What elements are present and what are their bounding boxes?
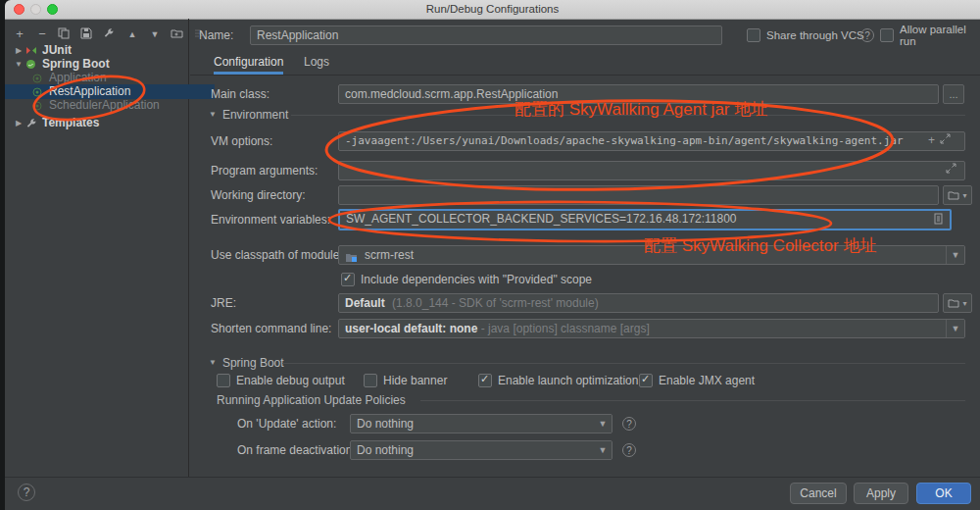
help-icon[interactable]: ?	[622, 417, 636, 431]
edit-defaults-icon[interactable]	[103, 27, 117, 41]
update-policies-header: Running Application Update Policies	[217, 393, 406, 407]
screen: Run/Debug Configurations + − ▲ ▼	[0, 0, 980, 510]
section-collapse-icon[interactable]: ▼	[209, 356, 217, 370]
working-directory-input[interactable]	[338, 185, 939, 205]
chevron-down-icon: ▾	[962, 299, 966, 308]
section-rule	[282, 363, 965, 364]
browse-main-class-button[interactable]: ...	[943, 84, 964, 104]
classpath-module-label: Use classpath of module:	[211, 245, 343, 265]
add-icon[interactable]: +	[928, 133, 935, 148]
expand-icon[interactable]	[946, 163, 956, 178]
vm-options-field-icons: +	[928, 133, 975, 148]
environment-section-header[interactable]: ▼ Environment	[209, 108, 288, 122]
remove-icon[interactable]: −	[35, 27, 49, 41]
on-update-action-combo[interactable]: Do nothing ▼	[350, 414, 612, 434]
main-class-input[interactable]: com.medcloud.scrm.app.RestApplication	[338, 84, 939, 104]
help-button[interactable]: ?	[18, 484, 35, 501]
tree-item-label: Templates	[42, 116, 99, 130]
wrench-icon	[25, 118, 38, 128]
tree-item-label: Application	[49, 71, 107, 85]
chevron-down-icon: ▾	[962, 191, 966, 200]
tab-logs[interactable]: Logs	[304, 52, 329, 72]
checkbox-label: Hide banner	[383, 374, 447, 387]
tree-item-templates[interactable]: ▶ Templates	[5, 116, 189, 130]
section-collapse-icon[interactable]: ▼	[209, 108, 217, 122]
browse-variables-icon[interactable]	[934, 213, 943, 229]
classpath-module-combo[interactable]: scrm-rest ▼	[338, 245, 965, 265]
chevron-down-icon[interactable]: ▼	[594, 415, 612, 433]
checkbox-icon[interactable]	[747, 28, 760, 42]
tree-item-junit[interactable]: ▶ JUnit	[5, 43, 189, 58]
apply-button[interactable]: Apply	[854, 483, 908, 504]
provided-scope-label: Include dependencies with "Provided" sco…	[361, 273, 592, 286]
folder-icon	[948, 190, 959, 200]
collapsed-arrow-icon[interactable]: ▶	[14, 116, 24, 130]
classpath-module-value: scrm-rest	[365, 248, 414, 262]
share-vcs-checkbox[interactable]: Share through VCS	[747, 27, 864, 43]
tab-configuration[interactable]: Configuration	[214, 52, 283, 75]
new-folder-icon[interactable]	[171, 27, 184, 41]
chevron-down-icon[interactable]: ▼	[946, 320, 964, 337]
checkbox-label: Enable debug output	[236, 374, 345, 387]
provided-scope-checkbox[interactable]: Include dependencies with "Provided" sco…	[341, 272, 592, 287]
vm-options-input[interactable]: -javaagent:/Users/yunai/Downloads/apache…	[338, 131, 965, 151]
jre-combo[interactable]: Default (1.8.0_144 - SDK of 'scrm-rest' …	[338, 293, 939, 313]
program-arguments-field-icons	[946, 163, 975, 178]
help-icon[interactable]: ?	[860, 28, 874, 42]
checkbox-icon[interactable]	[880, 28, 894, 42]
allow-parallel-checkbox[interactable]: Allow parallel run	[880, 27, 980, 43]
checkbox-checked-icon[interactable]	[341, 273, 355, 286]
checkbox-label: Enable JMX agent	[659, 374, 755, 387]
working-directory-browse-button[interactable]: ▾	[943, 185, 972, 205]
enable-jmx-agent-checkbox[interactable]: Enable JMX agent	[639, 373, 755, 388]
shorten-cmd-combo[interactable]: user-local default: none - java [options…	[338, 319, 965, 338]
jre-label: JRE:	[211, 293, 236, 313]
move-up-icon[interactable]: ▲	[125, 27, 139, 41]
expanded-arrow-icon[interactable]: ▼	[14, 57, 24, 72]
chevron-down-icon[interactable]: ▼	[594, 441, 612, 459]
cancel-button[interactable]: Cancel	[790, 483, 847, 504]
checkbox-checked-icon[interactable]	[639, 374, 653, 387]
spring-boot-section-header[interactable]: ▼ Spring Boot	[209, 356, 284, 370]
jre-browse-button[interactable]: ▾	[943, 293, 972, 313]
program-arguments-input[interactable]	[338, 161, 965, 180]
enable-debug-output-checkbox[interactable]: Enable debug output	[217, 373, 345, 388]
help-icon[interactable]: ?	[622, 443, 636, 457]
jre-hint: (1.8.0_144 - SDK of 'scrm-rest' module)	[392, 296, 599, 310]
shorten-cmd-label: Shorten command line:	[211, 319, 331, 338]
titlebar: Run/Debug Configurations	[5, 0, 980, 20]
add-icon[interactable]: +	[13, 27, 26, 41]
section-label: Environment	[222, 108, 288, 122]
chevron-down-icon[interactable]: ▼	[946, 246, 964, 264]
collapsed-arrow-icon[interactable]: ▶	[14, 43, 24, 58]
ok-button[interactable]: OK	[916, 483, 971, 504]
move-down-icon[interactable]: ▼	[148, 27, 162, 41]
on-frame-deactivation-combo[interactable]: Do nothing ▼	[350, 440, 612, 460]
configurations-tree-panel: + − ▲ ▼	[5, 19, 189, 477]
checkbox-icon[interactable]	[217, 374, 230, 387]
tree-item-scheduler-application[interactable]: SchedulerApplication	[5, 98, 215, 113]
environment-variables-input[interactable]: SW_AGENT_COLLECTOR_BACKEND_SERVICES=172.…	[338, 209, 952, 230]
tree-item-rest-application[interactable]: RestApplication	[5, 84, 215, 99]
tree-toolbar: + − ▲ ▼	[13, 26, 207, 43]
checkbox-label: Enable launch optimization	[498, 374, 638, 387]
footer-divider	[5, 477, 980, 478]
tree-item-spring-boot[interactable]: ▼ Spring Boot	[5, 57, 189, 72]
copy-icon[interactable]	[58, 27, 72, 41]
hide-banner-checkbox[interactable]: Hide banner	[364, 373, 447, 388]
enable-launch-optimization-checkbox[interactable]: Enable launch optimization	[478, 373, 638, 388]
jre-value: Default	[345, 296, 385, 310]
working-directory-label: Working directory:	[211, 185, 305, 205]
checkbox-checked-icon[interactable]	[478, 374, 492, 387]
name-label: Name:	[199, 26, 233, 45]
tree-item-application[interactable]: Application	[5, 71, 215, 85]
section-label: Running Application Update Policies	[217, 393, 406, 407]
expand-icon[interactable]	[940, 133, 951, 148]
module-icon	[345, 250, 358, 265]
on-frame-deactivation-label: On frame deactivation:	[237, 440, 356, 460]
checkbox-icon[interactable]	[364, 374, 377, 387]
name-input[interactable]: RestApplication	[250, 26, 722, 45]
spring-boot-icon	[25, 59, 38, 70]
program-arguments-label: Program arguments:	[211, 161, 318, 180]
save-icon[interactable]	[80, 27, 94, 41]
